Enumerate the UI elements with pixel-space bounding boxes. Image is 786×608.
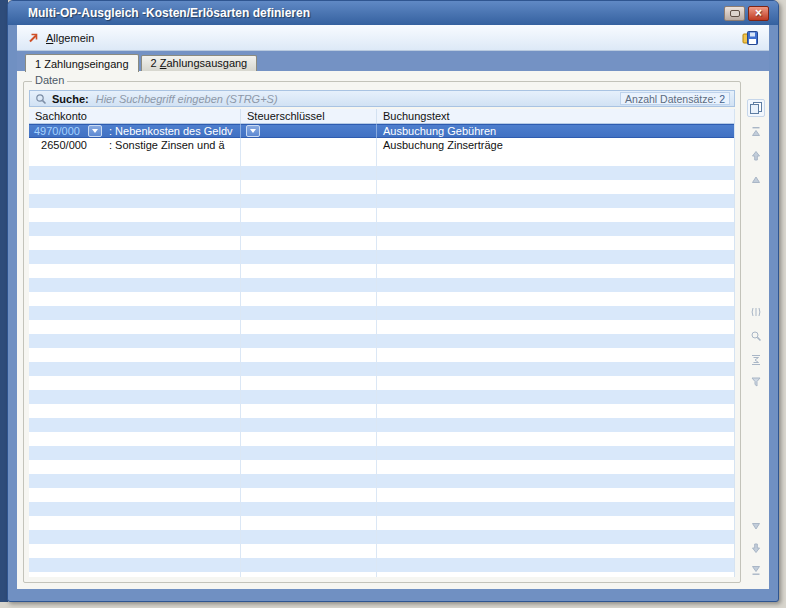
- cell-buchungstext: [377, 516, 734, 530]
- side-toolbar: [743, 75, 769, 583]
- table-row[interactable]: [29, 418, 734, 432]
- cell-sachkonto: [29, 474, 241, 488]
- tab-zahlungseingang[interactable]: 1 Zahlungseingang: [25, 54, 139, 72]
- table-row[interactable]: [29, 278, 734, 292]
- page-down-icon[interactable]: [747, 539, 765, 557]
- table-row[interactable]: [29, 530, 734, 544]
- table-row[interactable]: [29, 460, 734, 474]
- table-row[interactable]: 4970/000 : Nebenkosten des Geldv Ausbuch…: [29, 124, 734, 138]
- table-header: Sachkonto Steuerschlüssel Buchungstext: [29, 109, 734, 124]
- column-header-buchungstext[interactable]: Buchungstext: [377, 109, 734, 123]
- cell-steuerschluessel: [241, 460, 377, 474]
- save-button[interactable]: [742, 30, 759, 46]
- cell-buchungstext: [377, 502, 734, 516]
- table-row[interactable]: [29, 516, 734, 530]
- cell-steuerschluessel: [241, 544, 377, 558]
- cell-steuerschluessel: [241, 376, 377, 390]
- table-row[interactable]: [29, 446, 734, 460]
- cell-sachkonto: [29, 180, 241, 194]
- cell-sachkonto: [29, 516, 241, 530]
- scroll-to-top-icon[interactable]: [747, 123, 765, 141]
- table-row[interactable]: [29, 502, 734, 516]
- menu-allgemein-label: Allgemein: [46, 32, 94, 44]
- title-bar[interactable]: Multi-OP-Ausgleich -Kosten/Erlösarten de…: [8, 1, 778, 25]
- zoom-icon[interactable]: [747, 327, 765, 345]
- cell-steuerschluessel: [241, 124, 377, 138]
- close-button[interactable]: ×: [748, 6, 769, 21]
- table-row[interactable]: [29, 348, 734, 362]
- cell-steuerschluessel: [241, 418, 377, 432]
- table-row[interactable]: [29, 250, 734, 264]
- table-row[interactable]: [29, 264, 734, 278]
- table-row[interactable]: [29, 222, 734, 236]
- table-row[interactable]: [29, 488, 734, 502]
- table-row[interactable]: [29, 474, 734, 488]
- cell-sachkonto: 4970/000 : Nebenkosten des Geldv: [29, 124, 241, 138]
- cell-sachkonto: [29, 544, 241, 558]
- table-row[interactable]: [29, 208, 734, 222]
- cell-buchungstext: [377, 180, 734, 194]
- table-row[interactable]: [29, 362, 734, 376]
- table-row[interactable]: [29, 390, 734, 404]
- tab-zahlungsausgang[interactable]: 2 Zahlungsausgang: [141, 55, 258, 71]
- dialog-window: Multi-OP-Ausgleich -Kosten/Erlösarten de…: [7, 0, 779, 602]
- cell-sachkonto: [29, 222, 241, 236]
- table-row[interactable]: [29, 306, 734, 320]
- table-row[interactable]: [29, 292, 734, 306]
- restore-icon: [730, 10, 740, 17]
- cell-steuerschluessel: [241, 502, 377, 516]
- cell-buchungstext: [377, 432, 734, 446]
- table-row[interactable]: [29, 376, 734, 390]
- search-label: Suche:: [52, 93, 89, 105]
- steuerschluessel-dropdown-button[interactable]: [246, 125, 260, 137]
- scroll-to-bottom-icon[interactable]: [747, 561, 765, 579]
- filter-icon[interactable]: [747, 373, 765, 391]
- cell-sachkonto: [29, 236, 241, 250]
- cell-buchungstext: [377, 264, 734, 278]
- table-row[interactable]: 2650/000 : Sonstige Zinsen und ä Ausbuch…: [29, 138, 734, 152]
- table-row[interactable]: [29, 236, 734, 250]
- table-row[interactable]: [29, 572, 734, 577]
- table-row[interactable]: [29, 152, 734, 166]
- cell-buchungstext: [377, 152, 734, 166]
- move-down-icon[interactable]: [747, 517, 765, 535]
- table-row[interactable]: [29, 432, 734, 446]
- cell-buchungstext: Ausbuchung Gebühren: [377, 124, 734, 138]
- page-up-icon[interactable]: [747, 147, 765, 165]
- fit-column-width-icon[interactable]: [747, 303, 765, 321]
- cell-buchungstext: [377, 474, 734, 488]
- column-header-steuerschluessel[interactable]: Steuerschlüssel: [241, 109, 377, 123]
- cell-buchungstext: [377, 208, 734, 222]
- table-row[interactable]: [29, 334, 734, 348]
- copy-icon[interactable]: [747, 99, 765, 117]
- cell-sachkonto: [29, 264, 241, 278]
- cell-buchungstext: [377, 558, 734, 572]
- cell-sachkonto: 2650/000 : Sonstige Zinsen und ä: [29, 138, 241, 152]
- sum-icon[interactable]: [747, 351, 765, 369]
- table-row[interactable]: [29, 166, 734, 180]
- table-row[interactable]: [29, 544, 734, 558]
- window-content: Allgemein 1 Zahlungseingang 2 Zahlungsau…: [17, 25, 769, 589]
- search-bar[interactable]: Suche: Hier Suchbegriff eingeben (STRG+S…: [29, 90, 735, 107]
- table-row[interactable]: [29, 320, 734, 334]
- content-panel: Daten Suche: Hier Suchbegriff eingeben (…: [17, 71, 769, 589]
- restore-button[interactable]: [724, 6, 745, 21]
- table-row[interactable]: [29, 180, 734, 194]
- cell-buchungstext: Ausbuchung Zinserträge: [377, 138, 734, 152]
- cell-steuerschluessel: [241, 488, 377, 502]
- move-up-icon[interactable]: [747, 171, 765, 189]
- table-row[interactable]: [29, 558, 734, 572]
- cell-sachkonto: [29, 558, 241, 572]
- table-row[interactable]: [29, 404, 734, 418]
- column-header-sachkonto[interactable]: Sachkonto: [29, 109, 241, 123]
- menu-allgemein[interactable]: Allgemein: [27, 32, 94, 44]
- cell-sachkonto: [29, 376, 241, 390]
- table-row[interactable]: [29, 194, 734, 208]
- cell-steuerschluessel: [241, 306, 377, 320]
- sachkonto-dropdown-button[interactable]: [88, 125, 102, 137]
- cell-steuerschluessel: [241, 166, 377, 180]
- cell-buchungstext: [377, 222, 734, 236]
- cell-buchungstext: [377, 390, 734, 404]
- cell-steuerschluessel: [241, 292, 377, 306]
- cell-sachkonto: [29, 292, 241, 306]
